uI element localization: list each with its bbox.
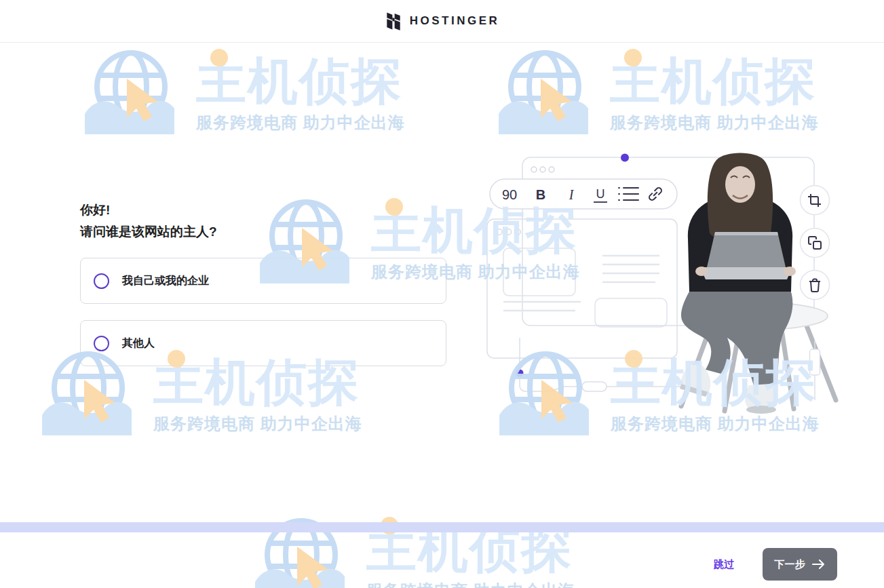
footer-controls: 跳过 下一步 — [714, 548, 837, 581]
cursor-icon — [297, 547, 328, 588]
watermark: 主机侦探 服务跨境电商 助力中企出海 — [85, 46, 405, 134]
image-placeholder — [503, 248, 575, 296]
purple-handle-dot-top — [621, 154, 629, 162]
inner-window-dots — [497, 229, 520, 235]
watermark-subtitle: 服务跨境电商 助力中企出海 — [610, 112, 819, 134]
underline-icon: U — [596, 187, 605, 201]
option-label: 我自己或我的企业 — [122, 274, 209, 288]
watermark-subtitle: 服务跨境电商 助力中企出海 — [153, 413, 362, 435]
brand-name: HOSTINGER — [410, 14, 500, 28]
watermark-title: 主机侦探 — [610, 56, 819, 107]
question-block: 你好! 请问谁是该网站的主人? — [80, 199, 217, 243]
connector-wire — [516, 338, 687, 391]
greeting-text: 你好! — [80, 199, 217, 221]
watermark-title: 主机侦探 — [196, 56, 405, 107]
purple-handle-dot-bottom — [516, 370, 524, 377]
hostinger-logo-icon — [385, 12, 402, 31]
bold-icon: B — [536, 187, 545, 202]
cursor-icon — [541, 79, 572, 121]
laptop — [707, 232, 786, 267]
option-card-myself[interactable]: 我自己或我的企业 — [80, 258, 446, 304]
watermark-dot — [210, 49, 228, 66]
action-buttons-column — [801, 186, 830, 300]
watermark-subtitle: 服务跨境电商 助力中企出海 — [196, 112, 405, 134]
progress-bar — [0, 522, 884, 532]
option-label: 其他人 — [122, 336, 155, 351]
watermark-dot — [624, 49, 642, 66]
next-button[interactable]: 下一步 — [763, 548, 837, 581]
inner-window-outline — [487, 219, 677, 358]
font-size-value: 90 — [502, 187, 517, 202]
watermark-subtitle: 服务跨境电商 助力中企出海 — [366, 580, 575, 588]
cursor-icon — [127, 79, 158, 121]
watermark-globe-icon — [85, 46, 187, 134]
italic-icon: I — [569, 187, 575, 202]
option-card-someone-else[interactable]: 其他人 — [80, 320, 446, 366]
format-toolbar: 90 B I U — [490, 179, 677, 209]
header: HOSTINGER — [0, 0, 884, 43]
onboarding-page: HOSTINGER 你好! 请问谁是该网站的主人? 我自己或我的企业 其他人 — [0, 0, 884, 588]
radio-button[interactable] — [94, 336, 109, 351]
scroll-handle — [810, 340, 820, 400]
radio-button[interactable] — [94, 273, 109, 289]
question-title: 请问谁是该网站的主人? — [80, 221, 217, 243]
arrow-right-icon — [812, 560, 826, 569]
text-line-group-left — [503, 302, 581, 311]
cursor-icon — [84, 380, 115, 423]
text-line-group-right — [602, 256, 659, 282]
skip-button[interactable]: 跳过 — [714, 558, 734, 571]
watermark-globe-icon — [499, 46, 600, 134]
window-dots — [531, 167, 554, 172]
watermark: 主机侦探 服务跨境电商 助力中企出海 — [499, 46, 819, 134]
button-placeholder — [595, 298, 667, 327]
onboarding-illustration: 90 B I U — [468, 142, 848, 420]
watermark-dot — [385, 198, 403, 216]
next-button-label: 下一步 — [775, 558, 805, 571]
